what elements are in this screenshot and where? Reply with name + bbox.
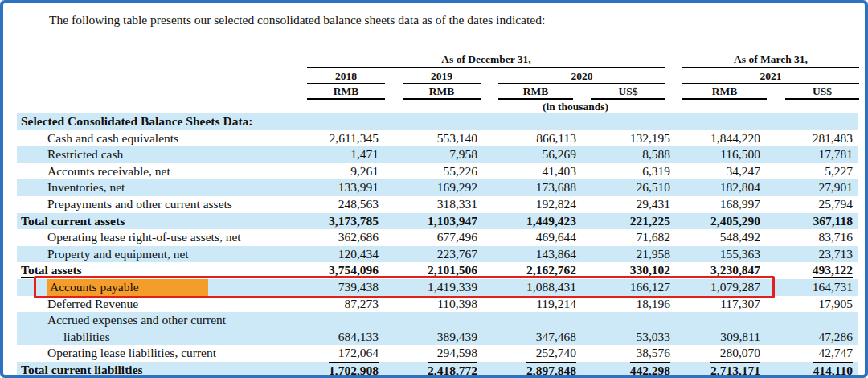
cell-value: 8,588 [576, 146, 670, 163]
row-label: Operating lease right-of-use assets, net [17, 229, 282, 246]
cell-value: 34,247 [670, 163, 760, 180]
cell-value [670, 113, 760, 130]
cell-value: 3,754,096 [282, 262, 379, 279]
cell-value: 1,449,423 [477, 213, 576, 230]
cell-value: 41,403 [477, 163, 576, 180]
cell-value [576, 113, 670, 130]
table-row: Deferred Revenue87,273110,398119,21418,1… [17, 296, 858, 313]
cell-value: 2,611,345 [282, 130, 379, 147]
document-page: The following table presents our selecte… [0, 0, 868, 378]
header-rule [682, 67, 859, 68]
cell-value: 2,897,848 [477, 362, 576, 378]
table-row: Accounts receivable, net9,26155,22641,40… [17, 163, 858, 180]
cell-value: 7,958 [379, 146, 477, 163]
cell-value: 1,471 [282, 146, 379, 163]
cell-value: 248,563 [282, 196, 379, 213]
cell-value: 1,702,908 [282, 362, 379, 378]
balance-sheet-table: Selected Consolidated Balance Sheets Dat… [17, 113, 858, 378]
cell-value: 55,226 [379, 163, 477, 180]
row-label: Inventories, net [17, 179, 282, 196]
cell-value: 677,496 [379, 229, 477, 246]
row-label: Deferred Revenue [17, 296, 282, 313]
table-row: Accrued expenses and other currentliabil… [17, 312, 858, 345]
table-row: Total assets3,754,0962,101,5062,162,7623… [17, 262, 858, 279]
cell-value: 3,173,785 [282, 213, 379, 230]
row-label: Total assets [17, 262, 282, 279]
table-row: Inventories, net133,991169,292173,68826,… [17, 179, 858, 196]
cell-value: 367,118 [760, 213, 853, 230]
cell-value: 2,418,772 [379, 362, 477, 378]
table-row: Operating lease right-of-use assets, net… [17, 229, 858, 246]
cell-value: 26,510 [576, 179, 670, 196]
cell-value: 1,419,339 [379, 279, 477, 296]
cell-value [760, 113, 853, 130]
row-label: Accounts receivable, net [17, 163, 282, 180]
currency-header: RMB [403, 84, 481, 98]
group-header-march: As of March 31, [682, 52, 859, 66]
table-row: Restricted cash1,4717,95856,2698,588116,… [17, 146, 858, 163]
cell-value: 362,686 [282, 229, 379, 246]
header-rule [682, 98, 767, 100]
cell-value: 3,230,847 [670, 262, 760, 279]
header-rule [403, 98, 481, 100]
header-rule [307, 98, 385, 100]
cell-value: 280,070 [670, 345, 760, 362]
cell-value: 155,363 [670, 246, 760, 263]
cell-value: 23,713 [760, 246, 853, 263]
cell-value: 442,298 [576, 362, 670, 378]
highlighted-label: Accounts payable [47, 279, 208, 296]
row-label: Accounts payable [17, 279, 282, 296]
year-header-2021: 2021 [682, 69, 859, 83]
cell-value: 120,434 [282, 246, 379, 263]
cell-value: 9,261 [282, 163, 379, 180]
cell-value: 29,431 [576, 196, 670, 213]
currency-header: US$ [591, 84, 665, 98]
cell-value: 294,598 [379, 345, 477, 362]
cell-value: 53,033 [576, 329, 670, 346]
table-row: Selected Consolidated Balance Sheets Dat… [17, 113, 858, 130]
year-header-2020: 2020 [498, 69, 665, 83]
header-rule [307, 67, 665, 68]
cell-value: 116,500 [670, 146, 760, 163]
year-header-2019: 2019 [403, 69, 481, 83]
cell-value: 164,731 [760, 279, 853, 296]
cell-value: 192,824 [477, 196, 576, 213]
cell-value: 21,958 [576, 246, 670, 263]
group-header-december: As of December 31, [307, 52, 665, 66]
table-row: Operating lease liabilities, current172,… [17, 345, 858, 362]
cell-value: 414,110 [760, 362, 853, 378]
cell-value: 25,794 [760, 196, 853, 213]
table-header: As of December 31, As of March 31, 2018 … [3, 3, 868, 113]
cell-value: 168,997 [670, 196, 760, 213]
cell-value: 684,133 [282, 329, 379, 346]
currency-header: RMB [498, 84, 573, 98]
cell-value: 347,468 [477, 329, 576, 346]
cell-value [379, 113, 477, 130]
row-label: Cash and cash equivalents [17, 130, 282, 147]
row-label: Selected Consolidated Balance Sheets Dat… [17, 113, 282, 130]
cell-value: 1,079,287 [670, 279, 760, 296]
cell-value: 117,307 [670, 296, 760, 313]
cell-value: 182,804 [670, 179, 760, 196]
cell-value [477, 113, 576, 130]
row-label: Restricted cash [17, 146, 282, 163]
cell-value: 132,195 [576, 130, 670, 147]
cell-value: 1,088,431 [477, 279, 576, 296]
cell-value: 110,398 [379, 296, 477, 313]
row-label: Prepayments and other current assets [17, 196, 282, 213]
currency-header: RMB [307, 84, 385, 98]
cell-value: 56,269 [477, 146, 576, 163]
cell-value: 223,767 [379, 246, 477, 263]
cell-value: 2,101,506 [379, 262, 477, 279]
table-row: Prepayments and other current assets248,… [17, 196, 858, 213]
cell-value: 330,102 [576, 262, 670, 279]
header-rule [785, 98, 859, 100]
currency-header: RMB [682, 84, 767, 98]
cell-value: 2,405,290 [670, 213, 760, 230]
cell-value: 318,331 [379, 196, 477, 213]
currency-header: US$ [785, 84, 859, 98]
row-label: Total current liabilities [17, 362, 282, 378]
row-label: Property and equipment, net [17, 246, 282, 263]
table-row: Accounts payable739,4381,419,3391,088,43… [17, 279, 858, 296]
cell-value: 17,905 [760, 296, 853, 313]
